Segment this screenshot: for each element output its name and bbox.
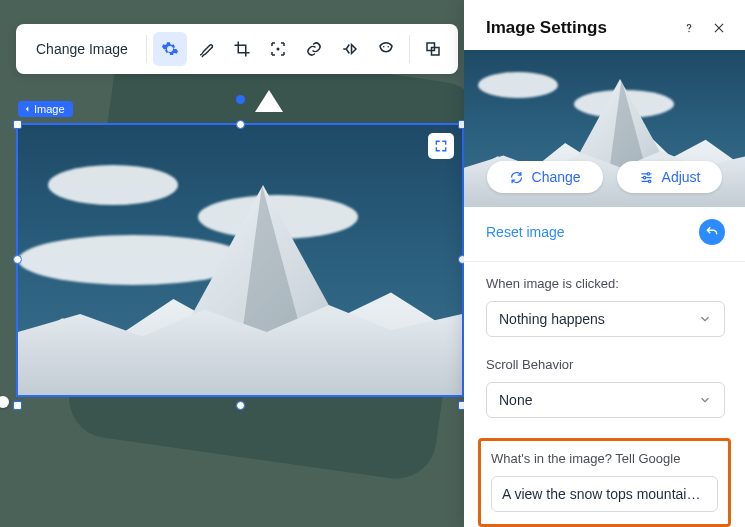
image-preview: Change Adjust	[464, 50, 745, 207]
click-behavior-label: When image is clicked:	[486, 276, 725, 291]
crop-icon	[233, 40, 251, 58]
click-behavior-select[interactable]: Nothing happens	[486, 301, 725, 337]
resize-handle-tl[interactable]	[13, 120, 22, 129]
resize-handle-b[interactable]	[236, 401, 245, 410]
close-icon	[712, 21, 726, 35]
adjust-button[interactable]: Adjust	[617, 161, 723, 193]
svg-point-0	[276, 48, 279, 51]
scroll-behavior-value: None	[499, 392, 532, 408]
overlap-icon	[424, 40, 442, 58]
expand-button[interactable]	[428, 133, 454, 159]
resize-handle-t[interactable]	[236, 120, 245, 129]
settings-button[interactable]	[153, 32, 187, 66]
animation-icon	[341, 40, 359, 58]
link-button[interactable]	[297, 32, 331, 66]
panel-header: Image Settings	[464, 0, 745, 50]
close-button[interactable]	[711, 20, 727, 36]
change-image-button[interactable]: Change Image	[24, 33, 140, 65]
svg-point-2	[387, 46, 389, 48]
scroll-behavior-select[interactable]: None	[486, 382, 725, 418]
adjust-button-label: Adjust	[662, 169, 701, 185]
resize-handle-l[interactable]	[13, 255, 22, 264]
scroll-behavior-label: Scroll Behavior	[486, 357, 725, 372]
resize-handle-bl[interactable]	[13, 401, 22, 410]
selection-tag-label: Image	[34, 103, 65, 115]
sliders-icon	[639, 170, 654, 185]
click-behavior-section: When image is clicked: Nothing happens	[464, 262, 745, 343]
expand-icon	[434, 139, 448, 153]
selected-image[interactable]	[18, 125, 462, 395]
reset-row: Reset image	[464, 207, 745, 262]
animation-button[interactable]	[333, 32, 367, 66]
svg-point-6	[647, 172, 650, 175]
image-toolbar: Change Image	[16, 24, 458, 74]
selection-tag[interactable]: Image	[18, 101, 73, 117]
link-icon	[305, 40, 323, 58]
undo-button[interactable]	[699, 219, 725, 245]
svg-point-7	[643, 176, 646, 179]
undo-icon	[705, 225, 719, 239]
focal-icon	[269, 40, 287, 58]
separator	[409, 35, 410, 63]
alt-text-label: What's in the image? Tell Google	[491, 451, 718, 466]
canvas-handle[interactable]	[0, 396, 9, 408]
brush-button[interactable]	[189, 32, 223, 66]
svg-point-5	[688, 31, 689, 32]
mask-button[interactable]	[369, 32, 403, 66]
help-icon	[682, 21, 696, 35]
alt-text-input[interactable]: A view the snow tops mountais, ever…	[491, 476, 718, 512]
overlap-button[interactable]	[416, 32, 450, 66]
selected-image-wrapper[interactable]: Image	[18, 101, 462, 405]
scroll-behavior-section: Scroll Behavior None	[464, 343, 745, 424]
rotate-handle[interactable]	[236, 95, 245, 104]
help-button[interactable]	[681, 20, 697, 36]
chevron-down-icon	[698, 393, 712, 407]
click-behavior-value: Nothing happens	[499, 311, 605, 327]
panel-title: Image Settings	[486, 18, 607, 38]
crop-button[interactable]	[225, 32, 259, 66]
refresh-icon	[509, 170, 524, 185]
editor-canvas: Change Image Image	[0, 0, 745, 527]
chevron-left-icon	[22, 104, 32, 114]
gear-icon	[161, 40, 179, 58]
mask-icon	[377, 40, 395, 58]
svg-point-8	[648, 180, 651, 183]
reset-image-link[interactable]: Reset image	[486, 224, 565, 240]
chevron-down-icon	[698, 312, 712, 326]
change-button[interactable]: Change	[487, 161, 603, 193]
alt-text-section: What's in the image? Tell Google A view …	[478, 438, 731, 527]
focal-button[interactable]	[261, 32, 295, 66]
svg-point-1	[383, 46, 385, 48]
change-button-label: Change	[532, 169, 581, 185]
brush-icon	[197, 40, 215, 58]
separator	[146, 35, 147, 63]
image-settings-panel: Image Settings	[464, 0, 745, 527]
